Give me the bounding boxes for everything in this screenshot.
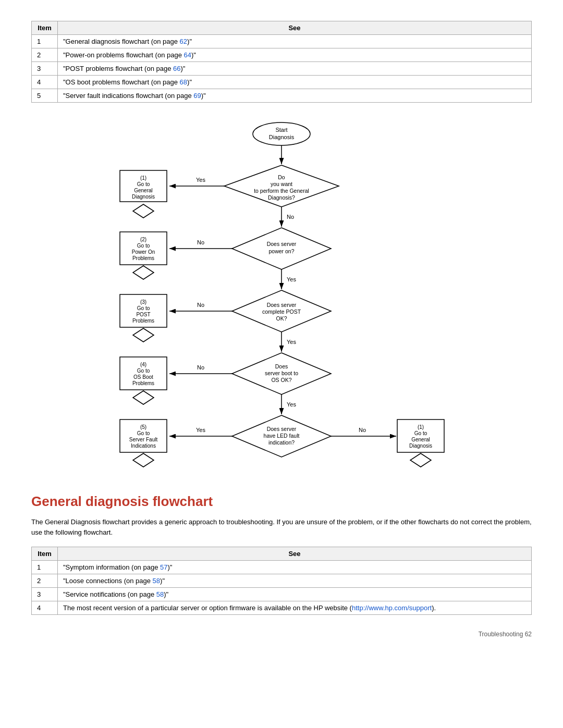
- item-number: 1: [32, 561, 58, 574]
- svg-text:to perform the General: to perform the General: [254, 188, 309, 194]
- page-link[interactable]: 68: [180, 78, 187, 86]
- svg-text:Go to: Go to: [137, 181, 150, 187]
- svg-text:No: No: [197, 239, 204, 245]
- svg-text:Does server: Does server: [267, 302, 297, 308]
- svg-text:General: General: [134, 188, 153, 193]
- svg-text:Problems: Problems: [132, 255, 154, 261]
- svg-text:Yes: Yes: [287, 401, 296, 408]
- table-row: 2 "Power-on problems flowchart (on page …: [32, 48, 532, 62]
- table-row: 4 "OS boot problems flowchart (on page 6…: [32, 76, 532, 89]
- svg-text:Power On: Power On: [132, 249, 155, 255]
- flowchart-svg: Start Diagnosis Do you want to perform t…: [31, 118, 532, 473]
- bottom-reference-table: Item See 1 "Symptom information (on page…: [31, 547, 532, 615]
- svg-text:Go to: Go to: [137, 243, 150, 249]
- svg-text:OS Boot: OS Boot: [133, 374, 153, 380]
- table-row: 4 The most recent version of a particula…: [32, 601, 532, 615]
- svg-text:Diagnosis: Diagnosis: [409, 443, 432, 449]
- svg-text:Do: Do: [278, 174, 285, 180]
- section-heading: General diagnosis flowchart: [31, 493, 532, 510]
- item-number: 2: [32, 574, 58, 588]
- col-item-header: Item: [32, 547, 58, 561]
- svg-text:Go to: Go to: [137, 305, 150, 311]
- item-number: 1: [32, 35, 58, 48]
- item-see: "Loose connections (on page 58)": [58, 574, 532, 588]
- table-row: 1 "Symptom information (on page 57)": [32, 561, 532, 574]
- table-row: 5 "Server fault indications flowchart (o…: [32, 89, 532, 103]
- svg-text:Does server: Does server: [267, 241, 297, 247]
- svg-marker-58: [133, 391, 154, 404]
- svg-text:you want: you want: [271, 181, 292, 187]
- item-number: 3: [32, 588, 58, 601]
- item-see: "Server fault indications flowchart (on …: [58, 89, 532, 103]
- svg-text:POST: POST: [136, 312, 150, 317]
- item-see: The most recent version of a particular …: [58, 601, 532, 615]
- table-row: 3 "Service notifications (on page 58)": [32, 588, 532, 601]
- svg-text:(4): (4): [140, 362, 146, 367]
- page-link[interactable]: 64: [184, 51, 191, 59]
- item-number: 4: [32, 76, 58, 89]
- svg-text:No: No: [287, 214, 294, 220]
- item-see: "POST problems flowchart (on page 66)": [58, 62, 532, 76]
- svg-text:No: No: [359, 427, 366, 433]
- svg-text:Server Fault: Server Fault: [129, 437, 158, 442]
- col-see-header: See: [58, 21, 532, 35]
- table-row: 1 "General diagnosis flowchart (on page …: [32, 35, 532, 48]
- svg-marker-44: [133, 328, 154, 342]
- svg-text:Diagnosis?: Diagnosis?: [268, 194, 295, 201]
- page-link[interactable]: 57: [160, 563, 167, 571]
- svg-text:No: No: [197, 364, 204, 371]
- svg-text:General: General: [411, 437, 430, 442]
- svg-text:Does: Does: [275, 363, 288, 369]
- svg-text:(5): (5): [140, 424, 146, 430]
- svg-text:server boot to: server boot to: [265, 370, 298, 376]
- svg-text:Problems: Problems: [132, 380, 154, 386]
- item-see: "Symptom information (on page 57)": [58, 561, 532, 574]
- svg-text:OS OK?: OS OK?: [271, 377, 291, 383]
- col-see-header: See: [58, 547, 532, 561]
- table-row: 3 "POST problems flowchart (on page 66)": [32, 62, 532, 76]
- item-see: "General diagnosis flowchart (on page 62…: [58, 35, 532, 48]
- svg-text:Go to: Go to: [137, 368, 150, 374]
- item-see: "Service notifications (on page 58)": [58, 588, 532, 601]
- svg-text:Yes: Yes: [196, 177, 205, 183]
- svg-text:No: No: [197, 302, 204, 308]
- section-description: The General Diagnosis flowchart provides…: [31, 517, 532, 537]
- svg-text:(1): (1): [418, 424, 424, 430]
- svg-marker-17: [133, 204, 154, 218]
- svg-marker-30: [133, 266, 154, 279]
- top-reference-table: Item See 1 "General diagnosis flowchart …: [31, 21, 532, 103]
- svg-text:Start: Start: [275, 127, 287, 133]
- svg-text:Go to: Go to: [414, 430, 427, 436]
- svg-marker-80: [410, 453, 431, 467]
- svg-text:(3): (3): [140, 299, 146, 305]
- col-item-header: Item: [32, 21, 58, 35]
- table-row: 2 "Loose connections (on page 58)": [32, 574, 532, 588]
- page-link[interactable]: 69: [193, 92, 201, 100]
- svg-text:Indications: Indications: [131, 443, 156, 449]
- svg-text:(2): (2): [140, 237, 146, 242]
- svg-text:Yes: Yes: [287, 339, 296, 345]
- page-link[interactable]: 58: [156, 590, 164, 598]
- hp-support-link[interactable]: http://www.hp.com/support: [352, 604, 432, 612]
- svg-text:Go to: Go to: [137, 430, 150, 436]
- svg-text:power on?: power on?: [268, 248, 294, 254]
- flowchart-diagram: Start Diagnosis Do you want to perform t…: [31, 118, 532, 473]
- svg-text:Yes: Yes: [196, 427, 205, 433]
- svg-text:Yes: Yes: [287, 276, 296, 282]
- svg-text:Diagnosis: Diagnosis: [269, 134, 295, 140]
- item-number: 4: [32, 601, 58, 615]
- svg-text:complete POST: complete POST: [262, 309, 301, 315]
- page-footer: Troubleshooting 62: [31, 631, 532, 638]
- svg-text:Problems: Problems: [132, 318, 154, 324]
- page-link[interactable]: 58: [153, 577, 160, 585]
- page-link[interactable]: 66: [173, 65, 180, 72]
- item-number: 2: [32, 48, 58, 62]
- svg-text:have LED fault: have LED fault: [264, 433, 300, 439]
- svg-text:(1): (1): [140, 175, 146, 181]
- item-see: "OS boot problems flowchart (on page 68)…: [58, 76, 532, 89]
- svg-text:OK?: OK?: [276, 315, 287, 322]
- item-number: 5: [32, 89, 58, 103]
- svg-text:Diagnosis: Diagnosis: [132, 194, 155, 200]
- item-see: "Power-on problems flowchart (on page 64…: [58, 48, 532, 62]
- page-link[interactable]: 62: [180, 38, 187, 45]
